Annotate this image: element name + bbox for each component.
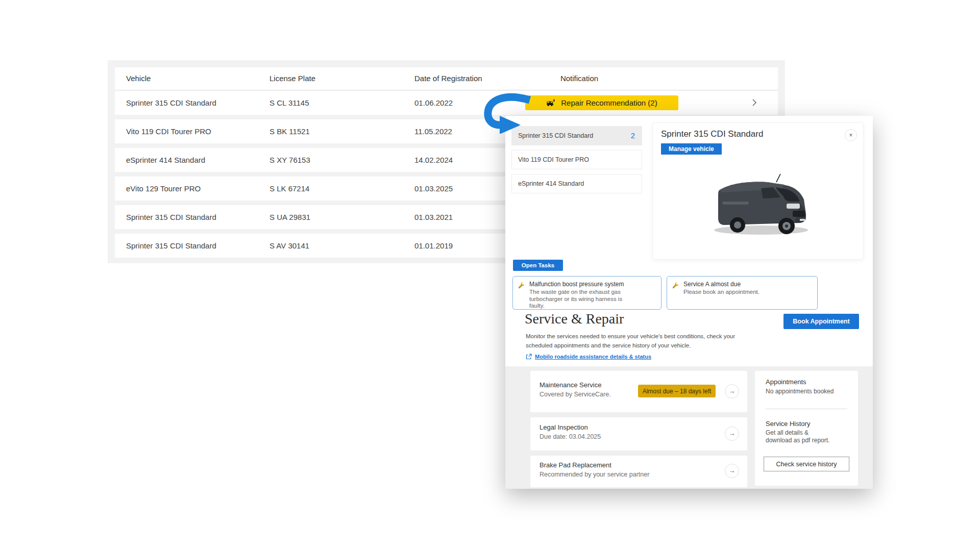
header-date-of-registration: Date of Registration: [414, 67, 482, 90]
cell-license-plate: S UA 29831: [270, 205, 310, 229]
vehicle-popup: Sprinter 315 CDI Standard 2 Vito 119 CDI…: [505, 116, 873, 489]
task-card[interactable]: Malfunction boost pressure system The wa…: [512, 276, 662, 310]
mobilo-link-label: Mobilo roadside assistance details & sta…: [535, 354, 651, 360]
arrow-swoosh-icon: [483, 93, 532, 134]
cell-license-plate: S CL 31145: [270, 91, 309, 115]
cell-vehicle: Vito 119 CDI Tourer PRO: [126, 119, 211, 143]
service-repair-description: Monitor the services needed to ensure yo…: [526, 333, 735, 339]
divider: [766, 409, 847, 409]
cell-license-plate: S BK 11521: [270, 119, 310, 143]
header-vehicle: Vehicle: [126, 67, 151, 90]
service-history-title: Service History: [766, 420, 810, 428]
cell-vehicle: Sprinter 315 CDI Standard: [126, 234, 216, 258]
external-link-icon: [526, 354, 532, 360]
appointments-card: Appointments No appointments booked Serv…: [755, 371, 858, 486]
van-alert-icon: [546, 98, 556, 108]
service-card-subtitle: Covered by ServiceCare.: [540, 391, 611, 398]
page: Vehicle License Plate Date of Registrati…: [0, 0, 980, 551]
open-task-count-badge: 2: [631, 127, 635, 145]
chevron-right-icon[interactable]: [750, 98, 758, 107]
vehicle-list-label: Vito 119 CDI Tourer PRO: [518, 151, 589, 169]
vehicle-list-item[interactable]: eSprinter 414 Standard: [511, 174, 642, 193]
service-card-title: Brake Pad Replacement: [540, 461, 611, 469]
appointments-title: Appointments: [766, 378, 806, 386]
cell-date: 01.03.2025: [414, 177, 453, 201]
cell-license-plate: S LK 67214: [270, 177, 309, 201]
almost-due-badge: Almost due – 18 days left: [638, 385, 716, 397]
cell-vehicle: eVito 129 Tourer PRO: [126, 177, 201, 201]
van-image: [700, 170, 820, 249]
cell-license-plate: S XY 76153: [270, 148, 310, 172]
service-history-text: Get all details &: [766, 429, 808, 436]
header-license-plate: License Plate: [270, 67, 315, 90]
service-repair-description: scheduled appointments and the service h…: [526, 342, 691, 348]
vehicle-list-label: eSprinter 414 Standard: [518, 174, 584, 193]
book-appointment-button[interactable]: Book Appointment: [783, 314, 859, 329]
wrench-icon: [672, 282, 679, 288]
repair-recommendation-label: Repair Recommendation (2): [561, 98, 657, 107]
task-body: Please book an appointment.: [683, 289, 806, 296]
task-card[interactable]: Service A almost due Please book an appo…: [667, 276, 818, 310]
mobilo-link[interactable]: Mobilo roadside assistance details & sta…: [526, 354, 651, 360]
cell-vehicle: Sprinter 315 CDI Standard: [126, 205, 216, 229]
arrow-right-icon[interactable]: →: [725, 427, 739, 441]
arrow-right-icon[interactable]: →: [725, 464, 739, 478]
service-card-subtitle: Recommended by your service partner: [540, 471, 649, 478]
arrow-right-icon[interactable]: →: [725, 384, 739, 398]
repair-recommendation-badge[interactable]: Repair Recommendation (2): [525, 95, 678, 110]
service-card-brake-pad[interactable]: Brake Pad Replacement Recommended by you…: [530, 456, 747, 487]
vehicle-detail-card: Sprinter 315 CDI Standard Manage vehicle…: [652, 122, 864, 260]
cell-vehicle: Sprinter 315 CDI Standard: [126, 91, 216, 115]
cell-date: 14.02.2024: [414, 148, 453, 172]
service-card-legal-inspection[interactable]: Legal Inspection Due date: 03.04.2025 →: [530, 417, 747, 450]
cell-date: 11.05.2022: [414, 119, 452, 143]
wrench-icon: [518, 282, 525, 288]
table-row[interactable]: Sprinter 315 CDI Standard S CL 31145 01.…: [115, 91, 778, 115]
service-card-title: Maintenance Service: [540, 381, 601, 389]
appointments-status: No appointments booked: [766, 388, 834, 395]
manage-vehicle-button[interactable]: Manage vehicle: [661, 143, 722, 155]
task-title: Service A almost due: [683, 281, 741, 288]
vehicle-title: Sprinter 315 CDI Standard: [661, 129, 763, 139]
vehicle-list-item[interactable]: Vito 119 CDI Tourer PRO: [511, 150, 642, 169]
header-notification: Notification: [528, 67, 630, 90]
cell-date: 01.03.2021: [414, 205, 453, 229]
service-card-subtitle: Due date: 03.04.2025: [540, 433, 601, 440]
close-icon[interactable]: ×: [845, 129, 857, 141]
open-tasks-button[interactable]: Open Tasks: [513, 260, 563, 271]
task-title: Malfunction boost pressure system: [529, 281, 624, 288]
cell-date: 01.06.2022: [414, 91, 453, 115]
service-card-maintenance[interactable]: Maintenance Service Covered by ServiceCa…: [530, 371, 747, 412]
table-header-row: Vehicle License Plate Date of Registrati…: [115, 67, 778, 90]
check-service-history-button[interactable]: Check service history: [764, 457, 849, 471]
task-body: The waste gate on the exhaust gas turboc…: [529, 289, 634, 310]
service-card-title: Legal Inspection: [540, 423, 588, 431]
cell-vehicle: eSprinter 414 Standard: [126, 148, 205, 172]
cell-license-plate: S AV 30141: [270, 234, 309, 258]
cell-date: 01.01.2019: [414, 234, 453, 258]
service-repair-heading: Service & Repair: [525, 311, 624, 327]
service-history-text: download as pdf report.: [766, 437, 829, 444]
